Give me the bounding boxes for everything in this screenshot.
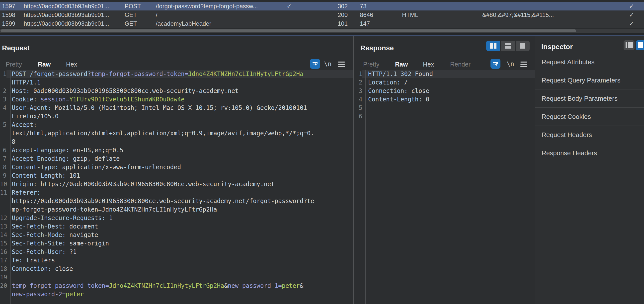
code-text: Sec-Fetch-User: ?1: [6, 248, 353, 256]
code-line: 13Sec-Fetch-Dest: document: [0, 222, 353, 231]
cell-length: 147: [360, 19, 370, 28]
layout-single-button[interactable]: [516, 40, 530, 51]
inspector-dock-right-button[interactable]: [636, 40, 644, 50]
code-text: Accept-Encoding: gzip, deflate: [6, 154, 353, 163]
code-line: 3Cookie: session=Y1FUrv9D1fCvelu5lEShunW…: [0, 95, 353, 104]
code-text: User-Agent: Mozilla/5.0 (Macintosh; Inte…: [6, 104, 353, 112]
tls-check-icon: ✓: [629, 2, 634, 10]
line-number: 5: [354, 104, 362, 112]
inspector-section-response-headers[interactable]: Response Headers: [535, 144, 644, 162]
code-text: Content-Length: 0: [362, 95, 535, 104]
history-row-1599[interactable]: 1599https://0adc000d03b93ab9c01...GET/ac…: [0, 19, 644, 28]
code-line: HTTP/1.1: [0, 78, 353, 87]
burp-suite-window: 1597https://0adc000d03b93ab9c01...POST/f…: [0, 0, 644, 304]
inspector-title: Inspector: [541, 43, 573, 51]
code-text: Content-Type: application/x-www-form-url…: [6, 163, 353, 172]
line-number: 11: [0, 188, 6, 197]
line-number: 15: [0, 239, 6, 248]
inspector-section-label: Request Body Parameters: [542, 90, 618, 108]
line-number: [0, 205, 6, 214]
history-row-1598[interactable]: 1598https://0adc000d03b93ab9c01...GET/20…: [0, 10, 644, 19]
cell-id: 1599: [2, 19, 15, 28]
inspector-section-label: Request Attributes: [542, 53, 594, 71]
code-line: Firefox/105.0: [0, 112, 353, 120]
inspector-dock-left-button[interactable]: [624, 40, 634, 50]
inspector-section-request-body-parameters[interactable]: Request Body Parameters: [535, 89, 644, 108]
code-text: mp-forgot-password-token=Jdno4Z4KTNZHn7c…: [6, 205, 353, 214]
inspector-section-request-cookies[interactable]: Request Cookies: [535, 108, 644, 126]
code-text: 8: [6, 138, 353, 146]
code-text: Sec-Fetch-Site: same-origin: [6, 239, 353, 248]
code-line: 6: [354, 112, 535, 120]
code-text: Location: /: [362, 78, 535, 87]
cell-method: GET: [124, 10, 137, 19]
inspector-section-label: Request Headers: [542, 126, 592, 144]
inspector-section-request-attributes[interactable]: Request Attributes: [535, 53, 644, 71]
cell-mime: HTML: [402, 10, 418, 19]
code-text: temp-forgot-password-token=Jdno4Z4KTNZHn…: [6, 282, 353, 290]
inspector-section-request-headers[interactable]: Request Headers: [535, 126, 644, 144]
code-text: HTTP/1.1: [6, 78, 353, 87]
menu-icon[interactable]: [338, 62, 345, 68]
code-line: 5Accept:: [0, 120, 353, 129]
table-bottom-strip: [0, 33, 644, 35]
line-number: 12: [0, 214, 6, 222]
code-text: Origin: https://0adc000d03b93ab9c0196583…: [6, 180, 353, 188]
wrap-lines-icon[interactable]: [490, 59, 500, 69]
code-text: new-password-2=peter: [6, 290, 353, 298]
line-number: 8: [0, 163, 6, 172]
cell-url: https://0adc000d03b93ab9c01...: [24, 2, 109, 10]
cell-status: 101: [338, 19, 348, 28]
tab-hex[interactable]: Hex: [66, 60, 77, 68]
tls-check-icon: ✓: [629, 10, 634, 19]
line-number: 1: [354, 70, 362, 78]
code-line: 6Accept-Language: en-US,en;q=0.5: [0, 146, 353, 154]
tab-hex[interactable]: Hex: [423, 60, 434, 68]
code-line: 4User-Agent: Mozilla/5.0 (Macintosh; Int…: [0, 104, 353, 112]
cell-path: /: [156, 10, 158, 19]
cell-url: https://0adc000d03b93ab9c01...: [24, 19, 109, 28]
wrap-lines-icon[interactable]: [310, 59, 320, 69]
inspector-section-request-query-parameters[interactable]: Request Query Parameters: [535, 71, 644, 89]
code-text: POST /forgot-password?temp-forgot-passwo…: [6, 70, 353, 78]
code-line: 12Upgrade-Insecure-Requests: 1: [0, 214, 353, 222]
line-number: 2: [0, 87, 6, 95]
line-number: 3: [0, 95, 6, 104]
columns-layout-icon: [490, 43, 496, 48]
code-line: 11Referer:: [0, 188, 353, 197]
tab-pretty[interactable]: Pretty: [363, 60, 379, 68]
menu-icon[interactable]: [520, 62, 527, 68]
code-text: Cookie: session=Y1FUrv9D1fCvelu5lEShunWK…: [6, 95, 353, 104]
code-line: 20temp-forgot-password-token=Jdno4Z4KTNZ…: [0, 282, 353, 290]
scrollbar-thumb[interactable]: [0, 30, 576, 32]
tab-render[interactable]: Render: [450, 60, 470, 68]
tab-pretty[interactable]: Pretty: [6, 60, 22, 68]
newline-toggle-icon[interactable]: \n: [324, 60, 332, 68]
line-number: 20: [0, 282, 6, 290]
response-raw-editor[interactable]: 1HTTP/1.1 302 Found2Location: /3Connecti…: [354, 70, 535, 304]
line-number: 17: [0, 256, 6, 265]
line-number: [0, 129, 6, 138]
line-number: 18: [0, 265, 6, 273]
code-line: 19: [0, 273, 353, 282]
cell-length: 73: [360, 2, 366, 10]
tab-raw[interactable]: Raw: [38, 60, 50, 68]
tab-raw[interactable]: Raw: [395, 60, 408, 68]
cell-status: 302: [338, 2, 348, 10]
request-panel: Request PrettyRawHex \n 1POST /forgot-pa…: [0, 36, 353, 304]
dock-bar-icon: [626, 42, 627, 48]
layout-columns-button[interactable]: [486, 40, 500, 51]
code-line: 2Location: /: [354, 78, 535, 87]
rows-layout-icon: [505, 43, 511, 48]
line-number: 2: [354, 78, 362, 87]
code-line: 8Content-Type: application/x-www-form-ur…: [0, 163, 353, 172]
history-row-1597[interactable]: 1597https://0adc000d03b93ab9c01...POST/f…: [0, 2, 644, 10]
layout-rows-button[interactable]: [501, 40, 515, 51]
gutter-divider: [10, 70, 11, 304]
newline-toggle-icon[interactable]: \n: [507, 60, 514, 68]
request-raw-editor[interactable]: 1POST /forgot-password?temp-forgot-passw…: [0, 70, 353, 304]
code-text: Sec-Fetch-Dest: document: [6, 222, 353, 231]
cell-path: /academyLabHeader: [156, 19, 211, 28]
horizontal-scrollbar[interactable]: [0, 29, 644, 33]
inspector-section-label: Request Query Parameters: [542, 71, 620, 89]
